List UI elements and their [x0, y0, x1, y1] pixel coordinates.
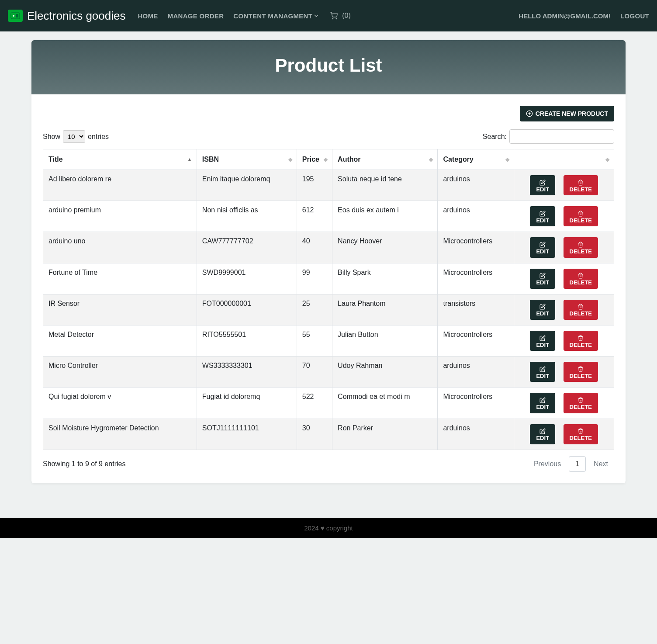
- cell-category: Microcontrollers: [438, 263, 514, 294]
- col-price[interactable]: Price◆: [297, 149, 332, 170]
- cell-price: 55: [297, 325, 332, 356]
- trash-icon: [577, 210, 584, 217]
- cell-actions: EDIT DELETE: [514, 201, 614, 232]
- page-length-select[interactable]: 10: [63, 130, 85, 143]
- edit-button[interactable]: EDIT: [530, 175, 555, 195]
- cell-title: arduino premium: [43, 201, 197, 232]
- nav-left: HOME MANAGE ORDER CONTENT MANAGMENT (0): [138, 12, 350, 20]
- col-category[interactable]: Category◆: [438, 149, 514, 170]
- edit-icon: [539, 210, 546, 217]
- entries-label: entries: [88, 133, 109, 141]
- delete-label: DELETE: [570, 248, 592, 255]
- cell-actions: EDIT DELETE: [514, 263, 614, 294]
- cell-isbn: WS3333333301: [197, 357, 297, 388]
- trash-icon: [577, 272, 584, 279]
- cell-isbn: Fugiat id doloremq: [197, 388, 297, 419]
- delete-label: DELETE: [570, 404, 592, 411]
- delete-button[interactable]: DELETE: [564, 331, 598, 351]
- edit-icon: [539, 428, 546, 435]
- product-card: Product List CREATE NEW PRODUCT Show 10 …: [31, 40, 626, 483]
- edit-label: EDIT: [536, 373, 549, 380]
- nav-logout[interactable]: LOGOUT: [620, 12, 649, 20]
- cell-category: Microcontrollers: [438, 325, 514, 356]
- delete-label: DELETE: [570, 373, 592, 380]
- edit-button[interactable]: EDIT: [530, 331, 555, 351]
- search-control: Search:: [483, 129, 614, 144]
- nav-right: HELLO ADMIN@GMAIL.COM! LOGOUT: [519, 12, 649, 20]
- pager: Previous 1 Next: [528, 456, 614, 472]
- edit-icon: [539, 179, 546, 186]
- pager-next[interactable]: Next: [588, 457, 614, 471]
- edit-button[interactable]: EDIT: [530, 206, 555, 226]
- trash-icon: [577, 428, 584, 435]
- cell-author: Ron Parker: [332, 419, 438, 450]
- delete-label: DELETE: [570, 217, 592, 224]
- chevron-down-icon: [314, 14, 318, 17]
- delete-button[interactable]: DELETE: [564, 424, 598, 444]
- edit-button[interactable]: EDIT: [530, 393, 555, 413]
- trash-icon: [577, 179, 584, 186]
- cell-author: Udoy Rahman: [332, 357, 438, 388]
- col-isbn[interactable]: ISBN◆: [197, 149, 297, 170]
- edit-button[interactable]: EDIT: [530, 237, 555, 257]
- table-row: arduino premiumNon nisi officiis as612Eo…: [43, 201, 614, 232]
- edit-icon: [539, 241, 546, 248]
- nav-manage-order[interactable]: MANAGE ORDER: [168, 12, 224, 20]
- edit-button[interactable]: EDIT: [530, 300, 555, 320]
- delete-button[interactable]: DELETE: [564, 300, 598, 320]
- edit-label: EDIT: [536, 404, 549, 411]
- create-new-product-button[interactable]: CREATE NEW PRODUCT: [520, 106, 614, 121]
- delete-button[interactable]: DELETE: [564, 206, 598, 226]
- edit-button[interactable]: EDIT: [530, 424, 555, 444]
- cell-author: Nancy Hoover: [332, 232, 438, 263]
- delete-button[interactable]: DELETE: [564, 175, 598, 195]
- cell-author: Commodi ea et modi m: [332, 388, 438, 419]
- cell-title: Soil Moisture Hygrometer Detection: [43, 419, 197, 450]
- col-author[interactable]: Author◆: [332, 149, 438, 170]
- table-row: Metal DetectorRITO555550155Julian Button…: [43, 325, 614, 356]
- edit-label: EDIT: [536, 342, 549, 349]
- edit-button[interactable]: EDIT: [530, 362, 555, 382]
- pager-page-1[interactable]: 1: [569, 456, 586, 472]
- trash-icon: [577, 303, 584, 310]
- edit-button[interactable]: EDIT: [530, 269, 555, 289]
- cell-title: Micro Controller: [43, 357, 197, 388]
- cell-isbn: SWD9999001: [197, 263, 297, 294]
- svg-point-4: [336, 18, 337, 19]
- cell-category: arduinos: [438, 357, 514, 388]
- table-row: arduino unoCAW77777770240Nancy HooverMic…: [43, 232, 614, 263]
- edit-label: EDIT: [536, 435, 549, 442]
- sort-icon: ◆: [605, 156, 609, 163]
- trash-icon: [577, 396, 584, 403]
- search-input[interactable]: [509, 129, 614, 144]
- cell-actions: EDIT DELETE: [514, 419, 614, 450]
- trash-icon: [577, 241, 584, 248]
- pager-previous[interactable]: Previous: [528, 457, 567, 471]
- cell-category: arduinos: [438, 170, 514, 201]
- delete-button[interactable]: DELETE: [564, 362, 598, 382]
- svg-rect-2: [16, 14, 18, 17]
- table-row: Ad libero dolorem reEnim itaque doloremq…: [43, 170, 614, 201]
- edit-icon: [539, 396, 546, 403]
- cell-category: Microcontrollers: [438, 388, 514, 419]
- delete-label: DELETE: [570, 342, 592, 349]
- delete-button[interactable]: DELETE: [564, 237, 598, 257]
- table-row: Qui fugiat dolorem vFugiat id doloremq52…: [43, 388, 614, 419]
- cell-title: arduino uno: [43, 232, 197, 263]
- cell-title: Qui fugiat dolorem v: [43, 388, 197, 419]
- nav-cart[interactable]: (0): [330, 12, 351, 20]
- svg-point-1: [13, 15, 14, 17]
- table-row: Soil Moisture Hygrometer DetectionSOTJ11…: [43, 419, 614, 450]
- nav-home[interactable]: HOME: [138, 12, 158, 20]
- create-button-label: CREATE NEW PRODUCT: [536, 110, 608, 117]
- delete-label: DELETE: [570, 310, 592, 317]
- show-label: Show: [43, 133, 60, 141]
- cell-category: arduinos: [438, 419, 514, 450]
- delete-button[interactable]: DELETE: [564, 393, 598, 413]
- delete-button[interactable]: DELETE: [564, 269, 598, 289]
- brand-link[interactable]: Electronics goodies: [8, 9, 125, 23]
- cell-price: 70: [297, 357, 332, 388]
- col-title[interactable]: Title▲: [43, 149, 197, 170]
- nav-content-managment[interactable]: CONTENT MANAGMENT: [233, 12, 318, 20]
- cell-author: Eos duis ex autem i: [332, 201, 438, 232]
